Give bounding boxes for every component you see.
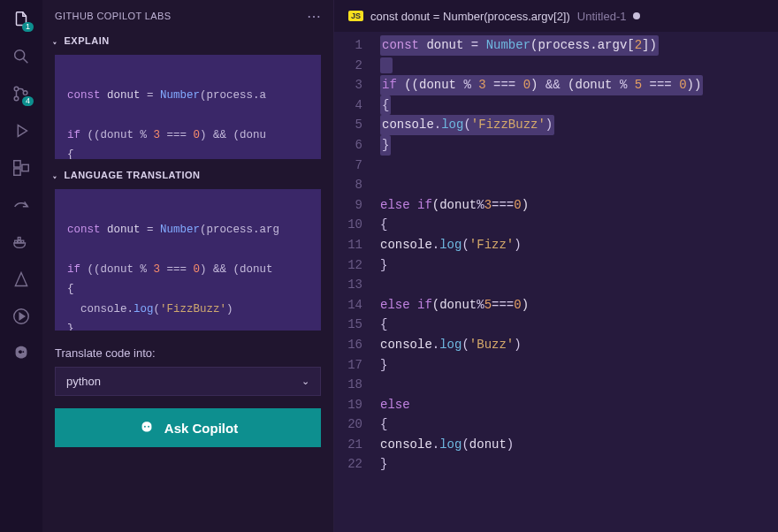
section-translate[interactable]: ⌄ LANGUAGE TRANSLATION — [42, 166, 333, 184]
svg-point-17 — [144, 426, 146, 428]
tab-context-text: const donut = Number(process.argv[2]) — [370, 10, 570, 23]
chevron-down-icon: ⌄ — [52, 36, 57, 46]
chevron-down-icon: ⌄ — [301, 376, 309, 387]
more-actions-icon[interactable]: ⋯ — [307, 8, 321, 25]
source-control-icon[interactable]: 4 — [11, 83, 32, 104]
copilot-labs-sidebar: GITHUB COPILOT LABS ⋯ ⌄ EXPLAIN const do… — [42, 0, 334, 532]
editor-tab[interactable]: JS const donut = Number(process.argv[2])… — [343, 0, 645, 32]
svg-point-2 — [14, 87, 19, 91]
editor-tabbar: JS const donut = Number(process.argv[2])… — [334, 0, 778, 32]
svg-line-1 — [23, 58, 27, 63]
code-lines: const donut = Number(process.argv[2]) if… — [375, 35, 778, 532]
ask-copilot-button[interactable]: Ask Copilot — [55, 408, 321, 447]
svg-point-18 — [148, 426, 149, 428]
section-explain-label: EXPLAIN — [65, 35, 110, 46]
line-gutter: 123 456 789 101112 131415 161718 192021 … — [334, 35, 375, 532]
activity-bar: 1 4 — [0, 0, 42, 532]
copilot-labs-icon[interactable] — [11, 343, 32, 364]
play-circle-icon[interactable] — [11, 306, 32, 327]
tab-filename: Untitled-1 — [577, 10, 627, 23]
svg-rect-7 — [14, 169, 20, 175]
copilot-icon — [138, 419, 156, 437]
explorer-icon[interactable]: 1 — [11, 9, 32, 30]
svg-point-16 — [22, 351, 24, 353]
translate-language-select[interactable]: python ⌄ — [55, 367, 321, 396]
ask-copilot-label: Ask Copilot — [164, 421, 238, 436]
translate-code-preview: const donut = Number(process.arg if ((do… — [55, 189, 321, 331]
code-editor[interactable]: 123 456 789 101112 131415 161718 192021 … — [334, 32, 778, 532]
azure-icon[interactable] — [11, 269, 32, 290]
svg-rect-12 — [18, 238, 20, 240]
chevron-down-icon: ⌄ — [52, 171, 57, 180]
run-debug-icon[interactable] — [11, 120, 32, 141]
section-translate-label: LANGUAGE TRANSLATION — [65, 170, 201, 180]
translate-language-value: python — [66, 375, 101, 388]
svg-marker-5 — [18, 125, 27, 137]
svg-rect-8 — [22, 164, 28, 171]
explorer-badge: 1 — [22, 22, 34, 32]
js-file-icon: JS — [348, 11, 363, 21]
svg-point-3 — [14, 96, 19, 101]
sidebar-title: GITHUB COPILOT LABS — [55, 11, 171, 21]
svg-rect-6 — [14, 161, 20, 167]
editor-pane: JS const donut = Number(process.argv[2])… — [334, 0, 778, 532]
svg-point-15 — [19, 351, 20, 353]
scm-badge: 4 — [22, 96, 34, 106]
share-icon[interactable] — [11, 194, 32, 216]
section-explain[interactable]: ⌄ EXPLAIN — [42, 32, 333, 49]
sidebar-header: GITHUB COPILOT LABS ⋯ — [42, 0, 333, 32]
explain-code-preview: const donut = Number(process.a if ((donu… — [55, 55, 321, 159]
search-icon[interactable] — [11, 46, 32, 67]
dirty-indicator-icon — [633, 12, 640, 19]
extensions-icon[interactable] — [11, 157, 32, 179]
svg-marker-14 — [19, 313, 25, 319]
svg-point-0 — [15, 50, 25, 60]
translate-into-label: Translate code into: — [55, 346, 321, 360]
svg-point-4 — [23, 91, 27, 95]
docker-icon[interactable] — [11, 232, 32, 253]
